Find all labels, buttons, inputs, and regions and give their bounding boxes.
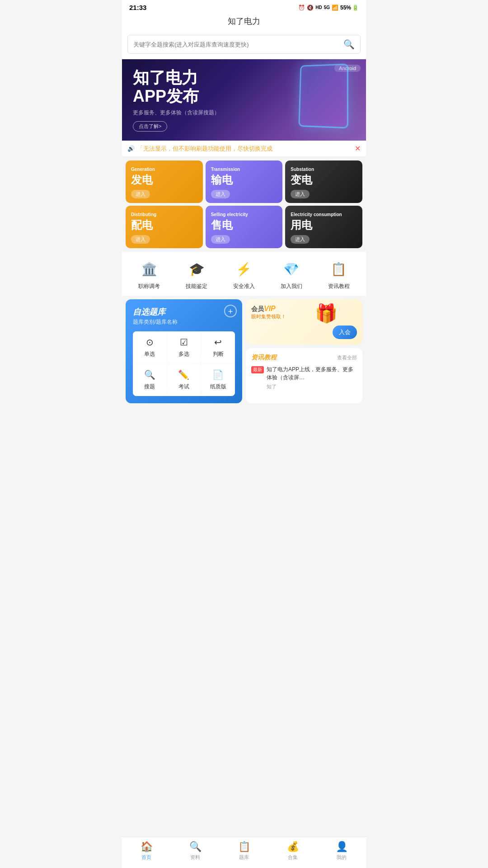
category-generation-btn[interactable]: 进入 — [131, 190, 150, 198]
category-consumption-zh: 用电 — [291, 218, 357, 232]
quick-item-zhicheng[interactable]: 🏛️ 职称调考 — [126, 259, 173, 290]
category-consumption-btn[interactable]: 进入 — [291, 235, 310, 244]
jiaru-icon: 💎 — [282, 259, 301, 279]
vip-card[interactable]: 会员VIP 眼时集赞领取！ 🎁 入会 — [246, 299, 362, 344]
news-section-title: 资讯教程 — [251, 354, 277, 362]
vip-title: 会员VIP — [251, 305, 357, 313]
banner-title: 知了电力 APP发布 — [133, 68, 355, 106]
option-search[interactable]: 🔍 搜题 — [133, 364, 167, 396]
category-selling[interactable]: Selling electricity 售电 进入 — [206, 206, 283, 248]
category-generation-en: Generation — [131, 167, 197, 172]
gift-icon: 🎁 — [315, 303, 338, 324]
quick-item-jineng[interactable]: 🎓 技能鉴定 — [173, 259, 221, 290]
self-select-title: 自选题库 — [133, 307, 235, 317]
mute-icon: 🔇 — [307, 5, 314, 11]
category-consumption[interactable]: Electricity consumption 用电 进入 — [285, 206, 362, 248]
quick-item-anquan[interactable]: ⚡ 安全准入 — [221, 259, 268, 290]
category-grid: Generation 发电 进入 Transmission 输电 进入 Subs… — [122, 157, 366, 252]
option-paper[interactable]: 📄 纸质版 — [201, 364, 235, 396]
category-generation[interactable]: Generation 发电 进入 — [126, 160, 203, 203]
zixun-label: 资讯教程 — [328, 283, 350, 290]
exam-label: 考试 — [178, 383, 189, 391]
search-button[interactable]: 🔍 — [343, 39, 355, 50]
app-title: 知了电力 — [228, 17, 260, 26]
category-distributing-zh: 配电 — [131, 218, 197, 232]
status-bar: 21:33 ⏰ 🔇 HD 5G 📶 55%🔋 — [122, 0, 366, 13]
search-q-label: 搜题 — [144, 383, 155, 391]
banner-cta-button[interactable]: 点击了解> — [133, 121, 167, 132]
category-distributing[interactable]: Distributing 配电 进入 — [126, 206, 203, 248]
status-time: 21:33 — [129, 4, 146, 11]
anquan-icon: ⚡ — [234, 259, 254, 279]
zhicheng-label: 职称调考 — [138, 283, 160, 290]
vip-tagline: 眼时集赞领取！ — [251, 313, 357, 320]
quick-item-zixun[interactable]: 📋 资讯教程 — [315, 259, 362, 290]
self-select-add-button[interactable]: ＋ — [224, 305, 237, 317]
multi-choice-label: 多选 — [178, 350, 189, 358]
option-judge[interactable]: ↩ 判断 — [201, 331, 235, 363]
category-transmission-en: Transmission — [211, 167, 277, 172]
category-consumption-en: Electricity consumption — [291, 212, 357, 217]
status-icons: ⏰ 🔇 HD 5G 📶 55%🔋 — [298, 5, 359, 11]
category-selling-zh: 售电 — [211, 218, 277, 232]
alarm-icon: ⏰ — [298, 5, 305, 11]
category-transmission-btn[interactable]: 进入 — [211, 190, 230, 198]
signal-icon: 5G — [324, 5, 330, 10]
banner-subtitle: 更多服务、更多体验（含读屏搜题） — [133, 109, 355, 117]
category-generation-zh: 发电 — [131, 173, 197, 187]
option-exam[interactable]: ✏️ 考试 — [167, 364, 201, 396]
quick-menu: 🏛️ 职称调考 🎓 技能鉴定 ⚡ 安全准入 💎 加入我们 📋 资讯教程 — [122, 252, 366, 296]
news-item[interactable]: 最新 知了电力APP上线，更多服务、更多体验（含读屏… 知了 — [251, 365, 357, 390]
right-cards: 会员VIP 眼时集赞领取！ 🎁 入会 资讯教程 查看全部 最新 知了电力APP上… — [246, 299, 362, 403]
vip-join-button[interactable]: 入会 — [333, 326, 357, 339]
multi-choice-icon: ☑ — [180, 337, 188, 348]
category-selling-btn[interactable]: 进入 — [211, 235, 230, 244]
quick-item-jiaru[interactable]: 💎 加入我们 — [267, 259, 315, 290]
banner[interactable]: 知了电力 APP发布 更多服务、更多体验（含读屏搜题） 点击了解> Androi… — [122, 59, 366, 141]
category-substation-btn[interactable]: 进入 — [291, 190, 310, 198]
network-bars-icon: 📶 — [332, 5, 338, 11]
category-distributing-en: Distributing — [131, 212, 197, 217]
news-badge: 最新 — [251, 366, 264, 373]
single-choice-icon: ⊙ — [146, 337, 154, 348]
news-card: 资讯教程 查看全部 最新 知了电力APP上线，更多服务、更多体验（含读屏… 知了 — [246, 348, 362, 403]
search-input-wrap[interactable]: 🔍 — [127, 35, 361, 54]
anquan-label: 安全准入 — [233, 283, 255, 290]
notice-bar: 🔊 「无法显示，但不影响刷题功能使用，尽快切换完成 ✕ — [122, 141, 366, 157]
jineng-label: 技能鉴定 — [186, 283, 207, 290]
option-multi-choice[interactable]: ☑ 多选 — [167, 331, 201, 363]
self-select-card[interactable]: 自选题库 题库类别/题库名称 ＋ ⊙ 单选 ☑ 多选 ↩ 判断 🔍 搜题 ✏️ … — [126, 299, 242, 403]
search-input[interactable] — [133, 41, 343, 48]
category-substation[interactable]: Substation 变电 进入 — [285, 160, 362, 203]
banner-text: 知了电力 APP发布 更多服务、更多体验（含读屏搜题） 点击了解> — [133, 68, 355, 132]
bottom-sections: 自选题库 题库类别/题库名称 ＋ ⊙ 单选 ☑ 多选 ↩ 判断 🔍 搜题 ✏️ … — [122, 296, 366, 407]
category-transmission-zh: 输电 — [211, 173, 277, 187]
category-substation-zh: 变电 — [291, 173, 357, 187]
zixun-icon: 📋 — [329, 259, 349, 279]
news-content-wrap: 知了电力APP上线，更多服务、更多体验（含读屏… 知了 — [267, 365, 357, 390]
category-selling-en: Selling electricity — [211, 212, 277, 217]
notice-text: 「无法显示，但不影响刷题功能使用，尽快切换完成 — [137, 145, 352, 153]
notice-speaker-icon: 🔊 — [127, 145, 135, 152]
option-single-choice[interactable]: ⊙ 单选 — [133, 331, 167, 363]
judge-label: 判断 — [213, 350, 224, 358]
app-header: 知了电力 — [122, 13, 366, 31]
self-select-options: ⊙ 单选 ☑ 多选 ↩ 判断 🔍 搜题 ✏️ 考试 📄 纸质版 — [133, 331, 235, 396]
view-all-button[interactable]: 查看全部 — [337, 354, 357, 361]
paper-label: 纸质版 — [210, 383, 226, 391]
news-source: 知了 — [267, 383, 357, 390]
battery-icon: 55%🔋 — [340, 5, 359, 11]
zhicheng-icon: 🏛️ — [139, 259, 159, 279]
search-bar: 🔍 — [122, 31, 366, 59]
jiaru-label: 加入我们 — [281, 283, 302, 290]
category-transmission[interactable]: Transmission 输电 进入 — [206, 160, 283, 203]
news-content-text: 知了电力APP上线，更多服务、更多体验（含读屏… — [267, 365, 357, 382]
exam-icon: ✏️ — [178, 369, 189, 380]
hd-icon: HD — [315, 5, 322, 10]
judge-icon: ↩ — [214, 337, 222, 348]
jineng-icon: 🎓 — [187, 259, 206, 279]
notice-close-button[interactable]: ✕ — [355, 144, 361, 153]
category-distributing-btn[interactable]: 进入 — [131, 235, 150, 244]
search-q-icon: 🔍 — [144, 369, 155, 380]
paper-icon: 📄 — [212, 369, 224, 380]
